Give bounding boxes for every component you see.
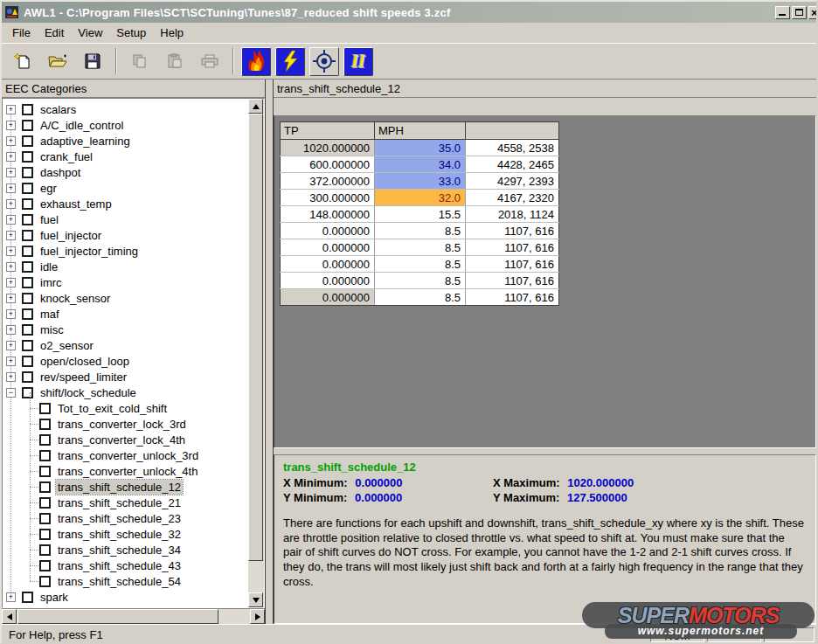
tree-item-trans-shift-schedule-43[interactable]: trans_shift_schedule_43	[3, 557, 248, 573]
tree-checkbox[interactable]	[39, 560, 51, 571]
tp-cell[interactable]: 148.000000	[281, 206, 375, 223]
rpm-pair-cell[interactable]: 4428, 2465	[466, 156, 559, 173]
tree-checkbox[interactable]	[22, 120, 33, 131]
menu-file[interactable]: File	[5, 24, 38, 42]
expand-icon[interactable]: +	[6, 152, 16, 162]
tree-checkbox[interactable]	[39, 466, 51, 477]
tree-item-label[interactable]: Tot_to_exit_cold_shift	[56, 401, 169, 416]
mph-cell[interactable]: 32.0	[375, 190, 466, 206]
scroll-thumb[interactable]	[17, 609, 218, 624]
tree-item-knock-sensor[interactable]: +knock_sensor	[3, 290, 248, 306]
tree-item-label[interactable]: trans_shift_schedule_23	[56, 511, 183, 526]
expand-icon[interactable]: +	[6, 309, 16, 319]
mph-cell[interactable]: 8.5	[375, 239, 466, 256]
expand-icon[interactable]: +	[6, 246, 16, 256]
menu-view[interactable]: View	[71, 24, 109, 42]
rpm-pair-cell[interactable]: 4167, 2320	[466, 190, 559, 206]
tree-checkbox[interactable]	[22, 324, 33, 336]
tree-item-maf[interactable]: +maf	[3, 306, 248, 322]
tree-item-open-closed-loop[interactable]: +open/closed_loop	[3, 353, 248, 369]
tree-checkbox[interactable]	[39, 403, 51, 414]
mph-cell[interactable]: 33.0	[375, 173, 466, 190]
mph-cell[interactable]: 8.5	[375, 289, 466, 306]
datalog-ii-button[interactable]: II	[343, 47, 373, 76]
expand-icon[interactable]: +	[6, 136, 16, 146]
open-button[interactable]	[42, 47, 73, 75]
tree-checkbox[interactable]	[39, 544, 51, 556]
tree-checkbox[interactable]	[39, 576, 51, 587]
expand-icon[interactable]: +	[6, 184, 16, 193]
tree-item-label[interactable]: crank_fuel	[38, 149, 94, 164]
rpm-pair-cell[interactable]: 1107, 616	[466, 223, 559, 239]
tree-checkbox[interactable]	[22, 340, 33, 351]
tree-item-label[interactable]: A/C_idle_control	[38, 118, 125, 133]
expand-icon[interactable]: +	[6, 199, 16, 209]
horizontal-splitter[interactable]	[274, 448, 816, 454]
tp-cell[interactable]: 0.000000	[281, 223, 375, 239]
mph-cell[interactable]: 8.5	[375, 273, 466, 289]
tree-checkbox[interactable]	[39, 513, 51, 524]
expand-icon[interactable]: +	[6, 262, 16, 272]
tree-checkbox[interactable]	[22, 198, 33, 210]
tree-checkbox[interactable]	[39, 450, 51, 461]
panel-splitter[interactable]	[266, 80, 274, 624]
scroll-down-button[interactable]	[248, 592, 263, 607]
rpm-pair-cell[interactable]: 1107, 616	[466, 239, 559, 256]
tree-item-label[interactable]: knock_sensor	[38, 291, 112, 306]
tree-item-fuel-injector-timing[interactable]: +fuel_injector_timing	[3, 243, 248, 259]
tree-item-label[interactable]: o2_sensor	[38, 338, 95, 353]
expand-icon[interactable]: +	[6, 294, 16, 303]
tree-item-trans-shift-schedule-21[interactable]: trans_shift_schedule_21	[3, 495, 248, 510]
column-header-mph[interactable]: MPH	[375, 122, 466, 140]
tree-item-fuel-injector[interactable]: +fuel_injector	[3, 227, 248, 243]
tree-checkbox[interactable]	[22, 135, 33, 147]
tree-checkbox[interactable]	[39, 497, 51, 509]
tree-item-label[interactable]: trans_shift_schedule_34	[56, 543, 183, 557]
expand-icon[interactable]: +	[6, 231, 16, 240]
tree-checkbox[interactable]	[22, 592, 33, 603]
tree-item-trans-shift-schedule-54[interactable]: trans_shift_schedule_54	[3, 573, 248, 589]
tree-item-label[interactable]: adaptive_learning	[38, 134, 132, 149]
rpm-pair-cell[interactable]: 4297, 2393	[466, 173, 559, 190]
tree-item-exhaust-temp[interactable]: +exhaust_temp	[3, 196, 248, 211]
tree-checkbox[interactable]	[22, 104, 33, 115]
tp-cell[interactable]: 600.000000	[281, 156, 375, 173]
tree-checkbox[interactable]	[22, 261, 33, 273]
tree-checkbox[interactable]	[39, 529, 51, 540]
tree-item-egr[interactable]: +egr	[3, 180, 248, 196]
column-header-tp[interactable]: TP	[281, 122, 375, 140]
tree-item-a-c-idle-control[interactable]: +A/C_idle_control	[3, 117, 248, 133]
tree-item-trans-converter-unlock-4th[interactable]: trans_converter_unlock_4th	[3, 463, 248, 479]
tree-item-label[interactable]: trans_shift_schedule_21	[56, 495, 183, 510]
target-button[interactable]	[309, 47, 339, 76]
collapse-icon[interactable]: −	[6, 388, 16, 398]
tree-checkbox[interactable]	[22, 151, 33, 163]
mph-cell[interactable]: 15.5	[375, 206, 466, 223]
tree-item-trans-converter-unlock-3rd[interactable]: trans_converter_unlock_3rd	[3, 447, 248, 463]
expand-icon[interactable]: +	[6, 278, 16, 287]
mph-cell[interactable]: 8.5	[375, 223, 466, 239]
tree-item-trans-shift-schedule-34[interactable]: trans_shift_schedule_34	[3, 542, 248, 557]
expand-icon[interactable]: +	[6, 592, 16, 602]
tree-item-trans-shift-schedule-32[interactable]: trans_shift_schedule_32	[3, 526, 248, 542]
tree-item-spark[interactable]: +spark	[3, 589, 248, 605]
tree-item-imrc[interactable]: +imrc	[3, 274, 248, 290]
tree-item-label[interactable]: trans_converter_unlock_3rd	[56, 448, 200, 463]
tree-item-trans-shift-schedule-12[interactable]: trans_shift_schedule_12	[3, 479, 248, 495]
mph-cell[interactable]: 8.5	[375, 256, 466, 273]
tree-item-label[interactable]: trans_shift_schedule_32	[56, 527, 183, 542]
flames-button[interactable]	[241, 47, 271, 76]
tree-item-label[interactable]: scalars	[38, 102, 78, 117]
menu-help[interactable]: Help	[153, 24, 191, 42]
tree-item-label[interactable]: exhaust_temp	[38, 197, 114, 211]
tree-item-label[interactable]: fuel_injector_timing	[38, 244, 140, 259]
tree-checkbox[interactable]	[22, 356, 33, 367]
rpm-pair-cell[interactable]: 1107, 616	[466, 256, 559, 273]
tree-horizontal-scrollbar[interactable]	[2, 608, 265, 624]
tree-item-label[interactable]: egr	[38, 181, 59, 196]
tree-checkbox[interactable]	[22, 230, 33, 241]
tree-item-scalars[interactable]: +scalars	[3, 101, 248, 117]
tp-cell[interactable]: 0.000000	[281, 256, 375, 273]
tree-item-trans-converter-lock-4th[interactable]: trans_converter_lock_4th	[3, 432, 248, 447]
tree-item-label[interactable]: imrc	[38, 275, 64, 290]
